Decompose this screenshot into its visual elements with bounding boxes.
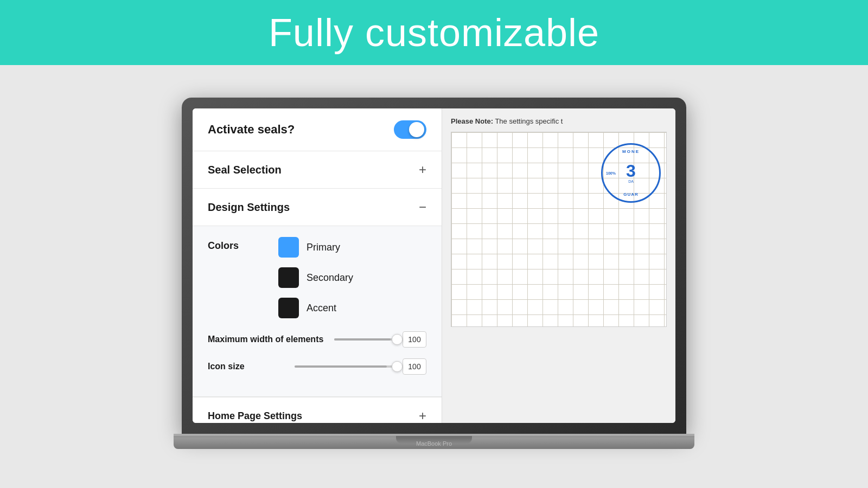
preview-note: Please Note: The settings specific t [451,117,667,125]
seal-stamp: MONE 3 DA GUAR 100% [601,143,661,203]
max-width-slider-thumb[interactable] [392,334,403,345]
seal-center-number: 3 [626,162,636,179]
home-page-settings-label: Home Page Settings [208,410,302,422]
colors-label: Colors [208,237,262,252]
primary-color-swatch[interactable] [278,237,299,258]
icon-size-row: Icon size 100 [208,358,426,375]
seal-percent-text: 100% [606,171,616,175]
design-settings-content: Colors Primary Secondary [193,226,442,397]
max-width-slider-track[interactable] [334,338,397,341]
icon-size-label: Icon size [208,361,284,373]
seal-sub-text: DA [628,179,634,184]
max-width-slider-value: 100 [403,331,426,348]
icon-size-slider-container: 100 [295,358,426,375]
activate-seals-label: Activate seals? [208,123,295,137]
laptop-base: MacBook Pro [174,434,694,449]
primary-color-label: Primary [307,242,340,253]
primary-color-option[interactable]: Primary [278,237,353,258]
color-options: Primary Secondary Acce [278,237,353,318]
seal-selection-label: Seal Selection [208,164,282,176]
secondary-color-label: Secondary [307,272,353,284]
max-width-slider-container: 100 [334,331,426,348]
design-settings-label: Design Settings [208,201,290,214]
preview-panel: Please Note: The settings specific t MON… [442,108,675,423]
accent-color-label: Accent [307,303,336,314]
seal-circle-outer: MONE 3 DA GUAR 100% [601,143,661,203]
home-page-settings-expand-icon: + [419,408,426,423]
laptop-mockup: Activate seals? Seal Selection + Design … [174,98,694,466]
home-page-settings-row[interactable]: Home Page Settings + [193,397,442,423]
laptop-screen: Activate seals? Seal Selection + Design … [193,108,675,423]
activate-seals-row: Activate seals? [193,108,442,151]
laptop-screen-bezel: Activate seals? Seal Selection + Design … [182,98,686,434]
icon-size-slider-value: 100 [403,358,426,375]
seal-selection-expand-icon: + [419,162,426,177]
preview-note-strong: Please Note: [451,117,493,125]
main-area: Activate seals? Seal Selection + Design … [0,65,868,488]
design-settings-row[interactable]: Design Settings − [193,189,442,226]
seal-text-bottom: GUAR [623,192,639,197]
grid-preview: MONE 3 DA GUAR 100% [451,132,667,327]
laptop-model-label: MacBook Pro [416,440,452,447]
secondary-color-option[interactable]: Secondary [278,267,353,288]
icon-size-slider-track[interactable] [295,365,397,368]
icon-size-slider-thumb[interactable] [392,361,403,372]
preview-note-text: The settings specific t [493,117,563,125]
seal-text-top: MONE [622,149,640,154]
header-banner: Fully customizable [0,0,868,65]
icon-size-slider-fill [295,365,387,368]
colors-row: Colors Primary Secondary [208,237,426,318]
seal-selection-row[interactable]: Seal Selection + [193,151,442,189]
activate-seals-toggle[interactable] [394,120,426,139]
design-settings-collapse-icon: − [419,200,426,215]
accent-color-swatch[interactable] [278,298,299,318]
accent-color-option[interactable]: Accent [278,298,353,318]
secondary-color-swatch[interactable] [278,267,299,288]
max-width-label: Maximum width of elements [208,334,323,345]
max-width-slider-fill [334,338,391,341]
settings-panel: Activate seals? Seal Selection + Design … [193,108,442,423]
header-title: Fully customizable [269,10,599,55]
max-width-row: Maximum width of elements 100 [208,331,426,348]
